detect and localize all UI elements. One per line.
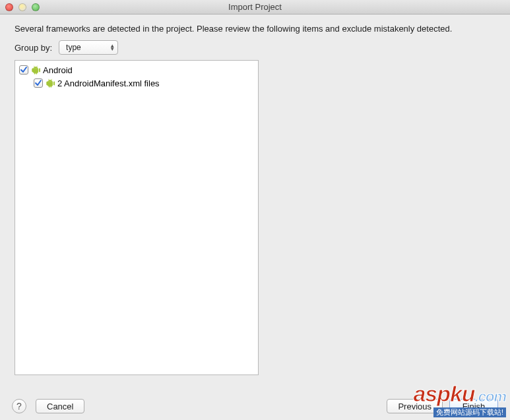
android-icon [31, 65, 40, 75]
dialog-content: Several frameworks are detected in the p… [0, 15, 510, 375]
cancel-button[interactable]: Cancel [36, 399, 84, 413]
window-title: Import Project [0, 2, 510, 12]
frameworks-tree[interactable]: Android 2 AndroidManifest.xml files [15, 60, 259, 375]
zoom-window-button[interactable] [32, 3, 40, 11]
minimize-window-button[interactable] [18, 3, 26, 11]
titlebar: Import Project [0, 0, 510, 15]
group-by-row: Group by: type ▲▼ [15, 40, 495, 55]
group-by-value: type [66, 43, 81, 52]
tree-row[interactable]: Android [19, 63, 254, 76]
finish-label: Finish [462, 402, 486, 411]
finish-button[interactable]: Finish [449, 399, 498, 413]
help-icon: ? [16, 401, 22, 411]
group-by-select[interactable]: type ▲▼ [59, 40, 118, 55]
cancel-label: Cancel [47, 402, 73, 411]
description-text: Several frameworks are detected in the p… [15, 24, 495, 34]
close-window-button[interactable] [5, 3, 13, 11]
traffic-lights [5, 3, 40, 11]
tree-row[interactable]: 2 AndroidManifest.xml files [19, 76, 254, 90]
help-button[interactable]: ? [12, 399, 26, 413]
tree-item-label: 2 AndroidManifest.xml files [57, 78, 160, 88]
tree-item-label: Android [43, 65, 73, 75]
group-by-label: Group by: [15, 43, 52, 53]
button-bar: ? Cancel Previous Finish [0, 399, 510, 413]
checkbox[interactable] [34, 78, 43, 88]
previous-label: Previous [398, 402, 431, 411]
checkbox[interactable] [19, 65, 28, 75]
previous-button[interactable]: Previous [387, 399, 443, 413]
select-arrows-icon: ▲▼ [110, 44, 115, 51]
android-icon [46, 78, 55, 88]
